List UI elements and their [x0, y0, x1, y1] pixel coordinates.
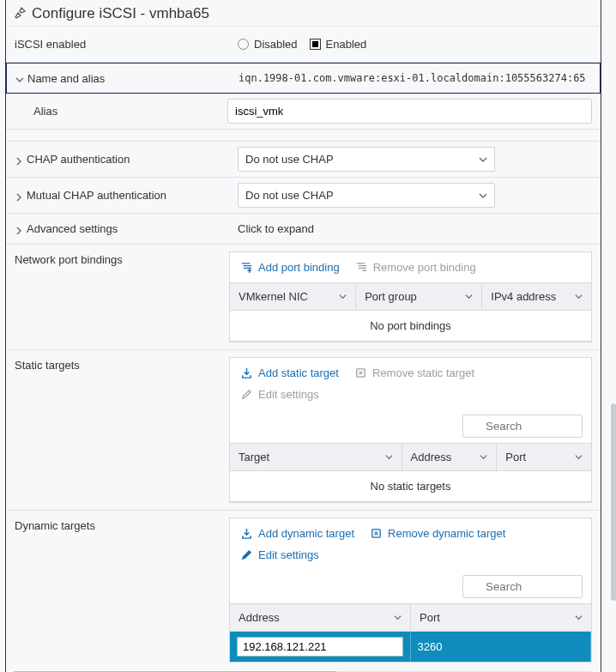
port-bindings-empty: No port bindings — [230, 311, 591, 342]
pencil-icon — [240, 388, 253, 401]
iscsi-enabled-label: iSCSI enabled — [6, 31, 229, 58]
dynamic-target-row[interactable]: 3260 — [230, 632, 591, 662]
radio-disabled[interactable]: Disabled — [238, 38, 298, 51]
add-static-target[interactable]: Add static target — [240, 366, 339, 379]
dynamic-search-input[interactable] — [462, 575, 583, 598]
static-targets-empty: No static targets — [230, 471, 591, 502]
col-portgroup[interactable]: Port group — [356, 283, 482, 310]
advanced-toggle[interactable]: Advanced settings — [6, 215, 229, 242]
radio-enabled[interactable]: Enabled — [310, 38, 367, 51]
delete-icon — [370, 527, 383, 540]
download-icon — [240, 527, 253, 540]
name-alias-toggle[interactable]: Name and alias — [7, 65, 230, 92]
chevron-down-icon — [465, 293, 473, 300]
delete-icon — [354, 366, 367, 379]
vertical-scrollbar[interactable] — [611, 403, 616, 601]
chevron-down-icon — [575, 293, 583, 300]
add-icon — [240, 261, 253, 274]
chevron-down-icon — [479, 191, 487, 200]
remove-dynamic-target[interactable]: Remove dynamic target — [370, 527, 505, 540]
download-icon — [240, 366, 253, 379]
chevron-down-icon — [575, 614, 583, 621]
col-dyn-port[interactable]: Port — [411, 604, 591, 631]
chevron-down-icon — [394, 614, 402, 621]
dynamic-targets-label: Dynamic targets — [6, 511, 229, 541]
chevron-down-icon — [339, 293, 347, 300]
dynamic-address-input[interactable] — [237, 637, 403, 657]
iqn-value: iqn.1998-01.com.vmware:esxi-01.localdoma… — [239, 72, 586, 84]
add-port-binding[interactable]: Add port binding — [240, 261, 340, 274]
edit-static-settings: Edit settings — [240, 388, 319, 401]
alias-input[interactable] — [227, 99, 592, 124]
chap-toggle[interactable]: CHAP authentication — [6, 146, 229, 173]
mutual-chap-toggle[interactable]: Mutual CHAP authentication — [6, 182, 229, 209]
dialog-title: Configure iSCSI - vmhba65 — [32, 5, 209, 22]
advanced-hint[interactable]: Click to expand — [229, 217, 601, 240]
col-vmkernel[interactable]: VMkernel NIC — [230, 283, 356, 310]
chevron-right-icon — [15, 191, 23, 200]
chevron-down-icon — [15, 74, 24, 82]
chevron-right-icon — [15, 155, 23, 164]
dynamic-port-value: 3260 — [418, 640, 443, 653]
alias-label: Alias — [6, 98, 219, 124]
static-search-input[interactable] — [462, 415, 583, 438]
chevron-down-icon — [480, 453, 487, 461]
pin-icon — [13, 6, 27, 22]
radio-icon — [310, 39, 321, 50]
col-ipv4[interactable]: IPv4 address — [482, 283, 591, 310]
remove-icon — [355, 261, 368, 274]
col-dyn-address[interactable]: Address — [230, 604, 411, 631]
port-bindings-label: Network port bindings — [6, 245, 229, 275]
col-address[interactable]: Address — [402, 444, 498, 470]
chevron-down-icon — [385, 453, 393, 461]
chap-select[interactable]: Do not use CHAP — [238, 147, 495, 172]
remove-static-target: Remove static target — [354, 366, 474, 379]
mutual-chap-select[interactable]: Do not use CHAP — [238, 183, 495, 208]
radio-icon — [238, 39, 249, 50]
add-dynamic-target[interactable]: Add dynamic target — [240, 527, 354, 540]
pencil-icon — [240, 548, 253, 561]
static-targets-label: Static targets — [6, 350, 229, 380]
chevron-right-icon — [15, 225, 23, 233]
col-target[interactable]: Target — [230, 444, 402, 470]
col-port[interactable]: Port — [497, 444, 591, 470]
chevron-down-icon — [575, 453, 583, 461]
edit-dynamic-settings[interactable]: Edit settings — [240, 548, 319, 561]
chevron-down-icon — [479, 155, 487, 164]
remove-port-binding: Remove port binding — [355, 261, 476, 274]
